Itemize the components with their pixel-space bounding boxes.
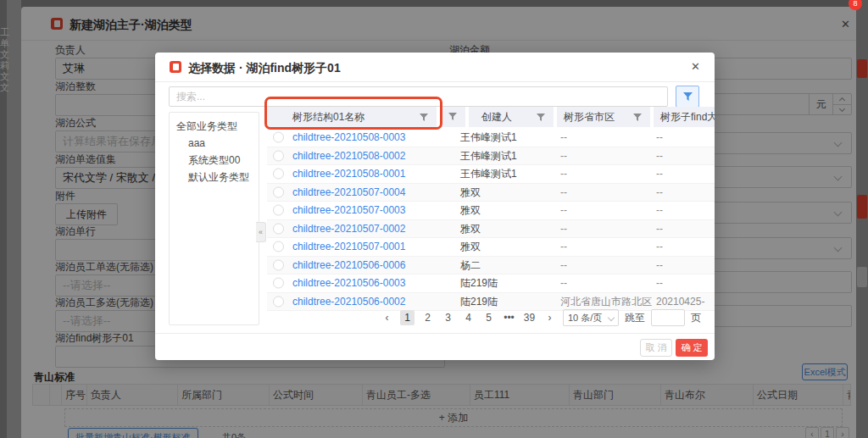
table-row[interactable]: childtree-20210508-0001 王伟峰测试1 -- --: [267, 165, 715, 184]
province-cell: --: [560, 131, 567, 143]
table-row[interactable]: childtree-20210507-0004 雅双 -- --: [267, 184, 715, 202]
table-row[interactable]: childtree-20210508-0002 王伟峰测试1 -- --: [267, 147, 715, 166]
filter-funnel-icon[interactable]: [633, 113, 642, 125]
extra-cell: --: [656, 131, 663, 143]
table-row[interactable]: childtree-20210506-0002 陆219陆 河北省唐山市路北区 …: [267, 293, 715, 312]
radio-button[interactable]: [273, 186, 284, 197]
creator-cell: 陆219陆: [460, 294, 498, 308]
page-number-button[interactable]: 5: [481, 310, 496, 325]
record-link[interactable]: childtree-20210506-0003: [292, 277, 405, 289]
filter-button[interactable]: [676, 86, 699, 108]
page-number-button[interactable]: 39: [522, 310, 537, 325]
category-item[interactable]: 系统类型00: [170, 152, 259, 169]
record-link[interactable]: childtree-20210508-0001: [292, 168, 405, 180]
modal-title: 选择数据 · 湖泊find树形子01: [188, 61, 341, 76]
page-number-button[interactable]: •••: [502, 310, 516, 325]
record-link[interactable]: childtree-20210508-0003: [292, 131, 405, 143]
extra-cell: --: [656, 259, 663, 271]
creator-cell: 雅双: [460, 240, 481, 254]
record-link[interactable]: childtree-20210507-0002: [292, 223, 405, 235]
radio-button[interactable]: [273, 223, 284, 234]
extra-cell: --: [656, 186, 663, 198]
radio-button[interactable]: [273, 205, 284, 216]
province-cell: --: [560, 223, 567, 235]
province-cell: --: [560, 204, 567, 216]
radio-button[interactable]: [273, 132, 284, 143]
page-number-button[interactable]: 4: [461, 310, 476, 325]
jump-page-input[interactable]: [651, 309, 685, 326]
column-header-province[interactable]: 树形省市区: [557, 107, 650, 127]
page-number-button[interactable]: 3: [441, 310, 455, 325]
record-link[interactable]: childtree-20210507-0003: [292, 204, 405, 216]
creator-cell: 雅双: [460, 203, 481, 218]
province-cell: --: [560, 168, 567, 180]
table-row[interactable]: childtree-20210507-0002 雅双 -- --: [267, 220, 715, 239]
next-page-button[interactable]: ›: [542, 310, 557, 325]
column-header-filter-only[interactable]: [440, 107, 465, 127]
province-cell: --: [560, 150, 567, 162]
page-number-button[interactable]: 1: [400, 310, 415, 325]
category-item[interactable]: aaa: [170, 135, 259, 152]
chevron-down-icon: [608, 314, 615, 321]
column-header-creator[interactable]: 创建人: [469, 107, 554, 127]
category-panel: 全部业务类型aaa系统类型00默认业务类型: [169, 112, 259, 325]
province-cell: --: [560, 241, 567, 252]
page-size-select[interactable]: 10 条/页: [563, 309, 619, 326]
table-row[interactable]: childtree-20210506-0006 杨二 -- --: [267, 257, 715, 275]
data-table: 树形结构01名称 创建人 树形省市区 树形子find大: [267, 107, 715, 327]
radio-button[interactable]: [273, 241, 284, 252]
province-cell: 河北省唐山市路北区: [560, 294, 652, 308]
screen: 工单文莉文文 新建湖泊主子·湖泊类型 ✕ 负责人 艾琳 湖泊整数 湖泊公式 计算…: [0, 0, 868, 438]
extra-cell: --: [656, 204, 663, 216]
extra-cell: --: [656, 168, 663, 180]
creator-cell: 雅双: [460, 221, 481, 236]
creator-cell: 雅双: [460, 185, 481, 199]
radio-button[interactable]: [273, 150, 284, 161]
confirm-button[interactable]: 确 定: [676, 339, 708, 357]
column-header-extra[interactable]: 树形子find大: [654, 107, 715, 127]
table-row[interactable]: childtree-20210507-0001 雅双 -- --: [267, 238, 715, 257]
extra-cell: 20210425-: [656, 296, 704, 308]
province-cell: --: [560, 186, 567, 198]
record-link[interactable]: childtree-20210507-0001: [292, 241, 405, 252]
creator-cell: 杨二: [460, 258, 481, 272]
extra-cell: --: [656, 277, 663, 289]
province-cell: --: [560, 277, 567, 289]
cancel-button[interactable]: 取 消: [640, 339, 672, 357]
form-icon: [170, 61, 181, 73]
page-number-button[interactable]: 2: [420, 310, 435, 325]
table-body: childtree-20210508-0003 王伟峰测试1 -- -- chi…: [267, 129, 715, 311]
extra-cell: --: [656, 150, 663, 162]
modal-header: 选择数据 · 湖泊find树形子01 ✕: [155, 53, 715, 82]
record-link[interactable]: childtree-20210506-0006: [292, 259, 405, 271]
jump-suffix: 页: [691, 311, 701, 325]
radio-button[interactable]: [273, 169, 284, 180]
extra-cell: --: [656, 223, 663, 235]
modal-close-icon[interactable]: ✕: [691, 61, 700, 73]
table-row[interactable]: childtree-20210506-0003 陆219陆 -- --: [267, 274, 715, 293]
jump-label: 跳至: [625, 311, 645, 325]
modal-footer: 取 消 确 定: [155, 333, 715, 360]
category-item[interactable]: 默认业务类型: [170, 169, 259, 186]
filter-funnel-icon: [448, 113, 457, 121]
table-row[interactable]: childtree-20210508-0003 王伟峰测试1 -- --: [267, 129, 715, 147]
radio-button[interactable]: [273, 278, 284, 289]
record-link[interactable]: childtree-20210507-0004: [292, 186, 405, 198]
creator-cell: 王伟峰测试1: [460, 167, 517, 181]
radio-button[interactable]: [273, 296, 284, 307]
record-link[interactable]: childtree-20210506-0002: [292, 296, 405, 308]
pagination: ‹ 12345•••39 › 10 条/页 跳至 页: [380, 309, 701, 326]
category-item[interactable]: 全部业务类型: [170, 118, 259, 135]
creator-cell: 王伟峰测试1: [460, 148, 517, 163]
record-link[interactable]: childtree-20210508-0002: [292, 150, 405, 162]
radio-button[interactable]: [273, 259, 284, 270]
creator-cell: 王伟峰测试1: [460, 130, 517, 145]
extra-cell: --: [656, 241, 663, 252]
creator-cell: 陆219陆: [460, 276, 498, 291]
table-row[interactable]: childtree-20210507-0003 雅双 -- --: [267, 202, 715, 220]
prev-page-button[interactable]: ‹: [380, 310, 394, 325]
funnel-icon: [683, 92, 693, 102]
filter-funnel-icon[interactable]: [537, 113, 545, 125]
annotation-highlight-box: [264, 97, 442, 130]
collapse-panel-handle[interactable]: «: [256, 222, 266, 242]
